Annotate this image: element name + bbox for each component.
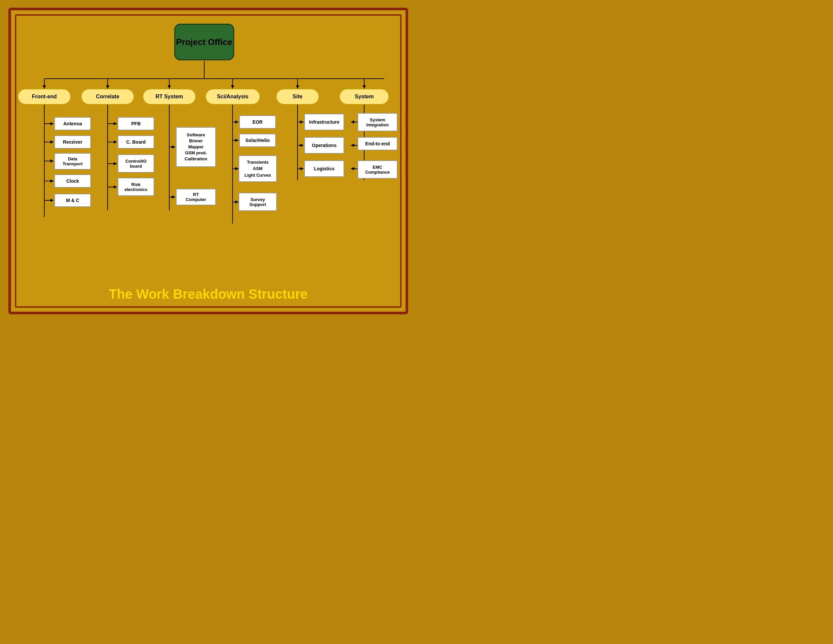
pill-site: Site [276,89,319,105]
svg-marker-19 [50,140,54,144]
svg-marker-51 [300,120,304,124]
wbox-endtoend: End-to-end [357,137,397,150]
wbox-controlio: Control/IOboard [117,155,154,173]
svg-marker-60 [351,144,354,147]
wbox-datatransport: DataTransport [54,153,91,170]
diagram-area: Project Office Front-end Correlate RT Sy… [18,17,399,244]
svg-marker-11 [231,85,234,89]
wbox-software: SoftwareBinnerMapperGSM pred.Calibration [176,127,216,167]
svg-marker-23 [50,179,54,183]
pill-scianalysis: Sci/Analysis [205,89,260,105]
svg-marker-62 [351,167,354,170]
svg-marker-25 [50,199,54,202]
svg-marker-34 [114,185,117,189]
wbox-eor: EOR [239,115,276,129]
svg-marker-13 [362,85,366,89]
svg-marker-46 [235,167,238,170]
wbox-antenna: Antenna [54,117,91,130]
svg-marker-30 [114,140,117,144]
wbox-logistics: Logistics [304,160,344,177]
svg-marker-17 [50,122,54,126]
wbox-solarhelio: Solar/Helio [239,134,276,147]
wbox-operations: Operations [304,137,344,154]
svg-marker-53 [300,144,304,147]
page-title: The Work Breakdown Structure [11,287,405,302]
svg-marker-48 [235,200,238,204]
wbox-cboard: C. Board [117,135,154,149]
svg-marker-8 [43,85,46,89]
pill-correlate: Correlate [81,89,134,105]
wbox-transients: TransientsASMLight Curves [238,155,277,182]
svg-marker-21 [50,159,54,163]
svg-marker-32 [114,162,117,165]
svg-marker-28 [114,122,117,126]
wbox-emccompliance: EMCCompliance [357,160,397,179]
wbox-surveysupport: SurveySupport [238,193,277,211]
wbox-infrastructure: Infrastructure [304,114,344,130]
svg-marker-58 [351,120,354,124]
outer-frame: Project Office Front-end Correlate RT Sy… [8,8,408,314]
svg-marker-37 [172,145,175,149]
wbox-mc: M & C [54,194,91,207]
wbox-systemintegration: SystemIntegration [357,113,397,131]
svg-marker-55 [300,167,304,170]
svg-marker-9 [106,85,109,89]
svg-marker-39 [172,195,175,199]
wbox-pfb: PFB [117,117,154,130]
wbox-receiver: Receiver [54,135,91,149]
project-office-box: Project Office [174,24,234,60]
wbox-riskelectronics: Riskelectronics [117,178,154,196]
svg-marker-44 [235,138,238,142]
wbox-clock: Clock [54,174,91,188]
wbox-rtcomputer: RTComputer [176,189,216,205]
pill-rtsystem: RT System [143,89,196,105]
pill-system: System [339,89,389,105]
pill-frontend: Front-end [18,89,71,105]
svg-marker-10 [167,85,171,89]
svg-marker-12 [296,85,299,89]
svg-marker-42 [235,120,238,124]
